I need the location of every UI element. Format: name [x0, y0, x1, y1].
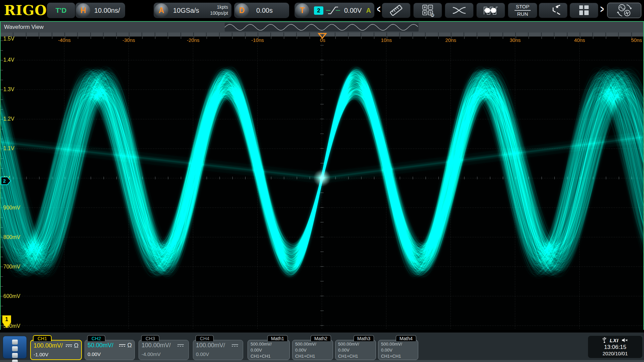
math4-tab[interactable]: Math4	[396, 335, 416, 341]
time-label: 20ns	[445, 37, 457, 43]
toolbar-collapse-chevron[interactable]: <	[377, 3, 381, 15]
delay-value: 0.00s	[256, 3, 273, 18]
math2-expression: CH1+CH1	[295, 353, 330, 359]
ch2-position-marker[interactable]: 2	[1, 177, 11, 185]
channel-box-ch4[interactable]: CH4 100.00mV/ 0.00V	[193, 335, 243, 360]
ch4-body: 100.00mV/ 0.00V	[193, 340, 243, 360]
math-button[interactable]: M	[413, 3, 442, 18]
waveform-display[interactable]	[1, 37, 643, 330]
math4-scale: 500.00mV/	[381, 341, 415, 347]
math3-tab[interactable]: Math3	[354, 335, 374, 341]
time-label: -40ns	[58, 37, 71, 43]
waveform-view-header: Waveform View	[1, 22, 643, 33]
math-box-math1[interactable]: Math1 500.00mV/ 0.00V CH1+CH1	[248, 335, 290, 360]
bottom-status-bar: CH1 100.00mV/ Ω -1.00V CH2 50.00mV/ Ω	[0, 333, 644, 362]
ch2-marker-label: 2	[3, 178, 6, 184]
channel-box-ch3[interactable]: CH3 100.00mV/ -4.00mV	[139, 335, 189, 360]
math3-body: 500.00mV/ 0.00V CH1+CH1	[335, 340, 376, 360]
auto-waveform-icon	[615, 3, 633, 18]
svg-text:M: M	[431, 13, 434, 17]
math2-body: 500.00mV/ 0.00V CH1+CH1	[292, 340, 333, 360]
channel-box-ch2[interactable]: CH2 50.00mV/ Ω 0.00V	[85, 335, 135, 360]
voltage-label: 1.5V	[3, 36, 14, 42]
history-clock-icon	[546, 3, 560, 17]
ch2-impedance: Ω	[127, 342, 132, 349]
math2-tab[interactable]: Math2	[311, 335, 331, 341]
auto-waveform-button[interactable]	[607, 3, 641, 18]
ruler-icon	[389, 3, 404, 17]
math1-expression: CH1+CH1	[251, 353, 287, 359]
trigger-status-button[interactable]: T'D	[47, 3, 75, 18]
trigger-settings-button[interactable]: T 2 0.00V A	[294, 3, 374, 18]
math-box-math4[interactable]: Math4 500.00mV/ 0.00V CH1+CH1	[378, 335, 418, 360]
ch3-tab[interactable]: CH3	[141, 335, 159, 341]
ch1-position-marker[interactable]: 1	[2, 315, 11, 328]
bus-decode-icon	[483, 3, 499, 17]
usb-icon	[602, 337, 607, 344]
math-box-math3[interactable]: Math3 500.00mV/ 0.00V CH1+CH1	[335, 335, 376, 360]
mem-resolution: 100ps/pt	[210, 10, 228, 16]
system-time: 13:06:15	[588, 344, 642, 351]
stop-run-button[interactable]: STOP RUN	[508, 3, 537, 18]
memory-depth-value: 1kpts 100ps/pt	[210, 4, 228, 16]
stop-label: STOP	[515, 4, 531, 11]
toolbar-expand-chevron[interactable]: >	[600, 3, 604, 15]
voltage-label: 1.3V	[3, 86, 14, 93]
trigger-position-marker[interactable]	[318, 33, 327, 39]
sample-rate-value: 10GSa/s	[173, 3, 199, 18]
history-button[interactable]	[539, 3, 568, 18]
time-label: 40ns	[574, 37, 585, 43]
xy-mode-icon	[451, 4, 467, 17]
windows-button[interactable]	[570, 3, 598, 18]
horizontal-settings-button[interactable]: H 10.00ns/	[75, 3, 125, 18]
windows-grid-icon	[577, 4, 591, 17]
math3-offset: 0.00V	[338, 347, 373, 353]
time-label: -20ns	[187, 37, 200, 43]
dc-coupling-icon	[177, 344, 184, 348]
dc-coupling-icon	[66, 344, 72, 348]
dc-coupling-icon	[232, 344, 238, 348]
trigger-badge: T	[295, 3, 309, 17]
trigger-mode-auto: A	[366, 3, 371, 18]
preview-sine-icon	[225, 23, 419, 32]
ch2-tab[interactable]: CH2	[87, 335, 105, 341]
measure-button[interactable]	[382, 3, 411, 18]
trigger-slope-rising-icon	[325, 6, 341, 15]
delay-settings-button[interactable]: D 0.00s	[234, 3, 289, 18]
math1-tab[interactable]: Math1	[267, 335, 288, 341]
pane-icon	[12, 353, 18, 358]
system-status-box[interactable]: LXI 13:06:15 2020/10/01	[588, 336, 642, 358]
stop-run-label: STOP RUN	[515, 4, 531, 17]
windows-menu-button[interactable]	[3, 336, 27, 359]
math2-scale: 500.00mV/	[295, 341, 330, 347]
math1-body: 500.00mV/ 0.00V CH1+CH1	[248, 340, 290, 360]
ch4-tab[interactable]: CH4	[196, 335, 214, 341]
channel-box-ch1[interactable]: CH1 100.00mV/ Ω -1.00V	[30, 335, 82, 360]
pane-icon	[12, 360, 18, 362]
ch3-offset: -4.00mV	[142, 351, 186, 357]
run-label: RUN	[515, 11, 531, 17]
ch1-scale: 100.00mV/	[34, 342, 63, 349]
time-label: -30ns	[122, 37, 135, 43]
math-box-math2[interactable]: Math2 500.00mV/ 0.00V CH1+CH1	[292, 335, 333, 360]
ch1-offset: -1.00V	[34, 352, 78, 357]
waveform-view-title: Waveform View	[4, 24, 44, 31]
voltage-label: 700mV	[3, 264, 20, 270]
top-status-bar: RIGOL T'D H 10.00ns/ A 10GSa/s 1kpts 100…	[0, 0, 644, 21]
ch1-tab[interactable]: CH1	[33, 335, 52, 341]
math4-offset: 0.00V	[381, 347, 415, 353]
waveform-preview-strip[interactable]	[225, 23, 419, 32]
acquisition-settings-button[interactable]: A 10GSa/s 1kpts 100ps/pt	[154, 3, 231, 18]
ch2-scale: 50.00mV/	[88, 342, 113, 349]
lxi-logo: LXI	[610, 338, 619, 343]
voltage-label: 900mV	[3, 205, 20, 211]
xy-display-button[interactable]	[445, 3, 474, 18]
math3-scale: 500.00mV/	[338, 341, 373, 347]
math4-expression: CH1+CH1	[381, 353, 415, 359]
math2-offset: 0.00V	[295, 347, 330, 353]
trigger-source-channel: 2	[314, 6, 323, 15]
horizontal-badge: H	[76, 3, 90, 17]
pane-icon	[12, 340, 18, 345]
pane-icon	[12, 346, 18, 351]
bus-decode-button[interactable]	[476, 3, 505, 18]
